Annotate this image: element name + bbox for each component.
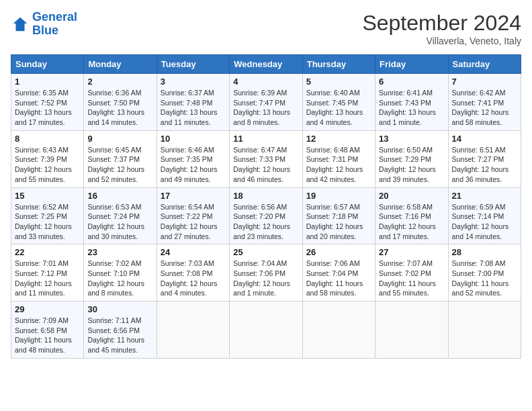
calendar-cell: 16Sunrise: 6:53 AMSunset: 7:24 PMDayligh… bbox=[84, 187, 157, 244]
calendar-cell: 19Sunrise: 6:57 AMSunset: 7:18 PMDayligh… bbox=[302, 187, 375, 244]
weekday-header-row: SundayMondayTuesdayWednesdayThursdayFrid… bbox=[11, 55, 521, 74]
calendar-cell bbox=[157, 302, 229, 359]
page-header: General Blue September 2024 Villaverla, … bbox=[11, 11, 521, 46]
calendar-cell: 2Sunrise: 6:36 AMSunset: 7:50 PMDaylight… bbox=[84, 74, 157, 131]
calendar-cell: 1Sunrise: 6:35 AMSunset: 7:52 PMDaylight… bbox=[11, 74, 84, 131]
day-info: Sunrise: 6:40 AMSunset: 7:45 PMDaylight:… bbox=[306, 88, 371, 128]
weekday-header-sunday: Sunday bbox=[11, 55, 84, 74]
day-info: Sunrise: 6:41 AMSunset: 7:43 PMDaylight:… bbox=[379, 88, 444, 128]
day-info: Sunrise: 6:53 AMSunset: 7:24 PMDaylight:… bbox=[87, 202, 152, 242]
day-number: 22 bbox=[15, 247, 80, 257]
calendar-cell: 24Sunrise: 7:03 AMSunset: 7:08 PMDayligh… bbox=[157, 244, 229, 302]
weekday-header-monday: Monday bbox=[84, 55, 157, 74]
day-number: 9 bbox=[87, 134, 152, 144]
calendar-cell: 22Sunrise: 7:01 AMSunset: 7:12 PMDayligh… bbox=[11, 244, 84, 302]
logo-icon bbox=[11, 15, 30, 34]
day-info: Sunrise: 7:09 AMSunset: 6:58 PMDaylight:… bbox=[15, 316, 80, 355]
day-info: Sunrise: 6:58 AMSunset: 7:16 PMDaylight:… bbox=[379, 202, 444, 242]
day-number: 2 bbox=[87, 77, 152, 87]
day-info: Sunrise: 6:56 AMSunset: 7:20 PMDaylight:… bbox=[233, 202, 298, 242]
day-info: Sunrise: 7:07 AMSunset: 7:02 PMDaylight:… bbox=[379, 259, 444, 298]
day-info: Sunrise: 6:36 AMSunset: 7:50 PMDaylight:… bbox=[87, 88, 152, 128]
calendar-cell: 27Sunrise: 7:07 AMSunset: 7:02 PMDayligh… bbox=[375, 244, 448, 302]
calendar-cell: 8Sunrise: 6:43 AMSunset: 7:39 PMDaylight… bbox=[11, 130, 84, 187]
day-number: 12 bbox=[306, 134, 371, 144]
day-number: 29 bbox=[15, 304, 80, 314]
calendar-week-row: 29Sunrise: 7:09 AMSunset: 6:58 PMDayligh… bbox=[11, 302, 521, 359]
day-number: 6 bbox=[379, 77, 444, 87]
day-info: Sunrise: 6:48 AMSunset: 7:31 PMDaylight:… bbox=[306, 145, 371, 185]
day-info: Sunrise: 7:02 AMSunset: 7:10 PMDaylight:… bbox=[87, 259, 152, 298]
weekday-header-friday: Friday bbox=[375, 55, 448, 74]
calendar-cell: 12Sunrise: 6:48 AMSunset: 7:31 PMDayligh… bbox=[302, 130, 375, 187]
day-number: 17 bbox=[161, 191, 226, 201]
weekday-header-tuesday: Tuesday bbox=[157, 55, 229, 74]
day-info: Sunrise: 6:42 AMSunset: 7:41 PMDaylight:… bbox=[452, 88, 517, 128]
day-number: 7 bbox=[452, 77, 517, 87]
calendar-cell: 26Sunrise: 7:06 AMSunset: 7:04 PMDayligh… bbox=[302, 244, 375, 302]
day-number: 15 bbox=[15, 191, 80, 201]
calendar-cell: 23Sunrise: 7:02 AMSunset: 7:10 PMDayligh… bbox=[84, 244, 157, 302]
day-number: 10 bbox=[161, 134, 226, 144]
day-number: 4 bbox=[233, 77, 298, 87]
calendar-cell: 21Sunrise: 6:59 AMSunset: 7:14 PMDayligh… bbox=[448, 187, 521, 244]
day-number: 27 bbox=[379, 247, 444, 257]
day-info: Sunrise: 6:35 AMSunset: 7:52 PMDaylight:… bbox=[15, 88, 80, 128]
day-info: Sunrise: 6:50 AMSunset: 7:29 PMDaylight:… bbox=[379, 145, 444, 185]
day-number: 11 bbox=[233, 134, 298, 144]
day-number: 5 bbox=[306, 77, 371, 87]
day-info: Sunrise: 7:03 AMSunset: 7:08 PMDaylight:… bbox=[161, 259, 226, 298]
calendar-cell bbox=[302, 302, 375, 359]
day-number: 1 bbox=[15, 77, 80, 87]
day-number: 14 bbox=[452, 134, 517, 144]
day-info: Sunrise: 7:04 AMSunset: 7:06 PMDaylight:… bbox=[233, 259, 298, 298]
logo: General Blue bbox=[11, 11, 77, 38]
calendar-cell: 25Sunrise: 7:04 AMSunset: 7:06 PMDayligh… bbox=[230, 244, 302, 302]
day-info: Sunrise: 7:11 AMSunset: 6:56 PMDaylight:… bbox=[87, 316, 152, 355]
calendar-cell: 28Sunrise: 7:08 AMSunset: 7:00 PMDayligh… bbox=[448, 244, 521, 302]
calendar-cell: 18Sunrise: 6:56 AMSunset: 7:20 PMDayligh… bbox=[230, 187, 302, 244]
title-block: September 2024 Villaverla, Veneto, Italy bbox=[362, 11, 521, 46]
calendar-week-row: 22Sunrise: 7:01 AMSunset: 7:12 PMDayligh… bbox=[11, 244, 521, 302]
logo-text: General Blue bbox=[32, 11, 77, 38]
day-info: Sunrise: 6:54 AMSunset: 7:22 PMDaylight:… bbox=[161, 202, 226, 242]
day-info: Sunrise: 6:46 AMSunset: 7:35 PMDaylight:… bbox=[161, 145, 226, 185]
day-number: 8 bbox=[15, 134, 80, 144]
calendar-week-row: 15Sunrise: 6:52 AMSunset: 7:25 PMDayligh… bbox=[11, 187, 521, 244]
calendar-cell: 3Sunrise: 6:37 AMSunset: 7:48 PMDaylight… bbox=[157, 74, 229, 131]
day-info: Sunrise: 6:52 AMSunset: 7:25 PMDaylight:… bbox=[15, 202, 80, 242]
day-info: Sunrise: 6:37 AMSunset: 7:48 PMDaylight:… bbox=[161, 88, 226, 128]
calendar-table: SundayMondayTuesdayWednesdayThursdayFrid… bbox=[11, 54, 521, 359]
calendar-week-row: 8Sunrise: 6:43 AMSunset: 7:39 PMDaylight… bbox=[11, 130, 521, 187]
calendar-cell: 9Sunrise: 6:45 AMSunset: 7:37 PMDaylight… bbox=[84, 130, 157, 187]
month-title: September 2024 bbox=[362, 11, 521, 36]
day-number: 30 bbox=[87, 304, 152, 314]
day-info: Sunrise: 6:57 AMSunset: 7:18 PMDaylight:… bbox=[306, 202, 371, 242]
day-number: 18 bbox=[233, 191, 298, 201]
day-number: 16 bbox=[87, 191, 152, 201]
day-number: 25 bbox=[233, 247, 298, 257]
day-number: 23 bbox=[87, 247, 152, 257]
calendar-cell: 4Sunrise: 6:39 AMSunset: 7:47 PMDaylight… bbox=[230, 74, 302, 131]
calendar-cell: 6Sunrise: 6:41 AMSunset: 7:43 PMDaylight… bbox=[375, 74, 448, 131]
day-number: 3 bbox=[161, 77, 226, 87]
calendar-cell: 14Sunrise: 6:51 AMSunset: 7:27 PMDayligh… bbox=[448, 130, 521, 187]
day-number: 26 bbox=[306, 247, 371, 257]
day-info: Sunrise: 6:43 AMSunset: 7:39 PMDaylight:… bbox=[15, 145, 80, 185]
calendar-cell bbox=[375, 302, 448, 359]
calendar-cell: 13Sunrise: 6:50 AMSunset: 7:29 PMDayligh… bbox=[375, 130, 448, 187]
day-number: 21 bbox=[452, 191, 517, 201]
calendar-cell: 15Sunrise: 6:52 AMSunset: 7:25 PMDayligh… bbox=[11, 187, 84, 244]
calendar-cell: 30Sunrise: 7:11 AMSunset: 6:56 PMDayligh… bbox=[84, 302, 157, 359]
calendar-cell: 20Sunrise: 6:58 AMSunset: 7:16 PMDayligh… bbox=[375, 187, 448, 244]
day-info: Sunrise: 6:59 AMSunset: 7:14 PMDaylight:… bbox=[452, 202, 517, 242]
day-info: Sunrise: 6:51 AMSunset: 7:27 PMDaylight:… bbox=[452, 145, 517, 185]
day-info: Sunrise: 7:01 AMSunset: 7:12 PMDaylight:… bbox=[15, 259, 80, 298]
location: Villaverla, Veneto, Italy bbox=[362, 36, 521, 46]
calendar-cell: 5Sunrise: 6:40 AMSunset: 7:45 PMDaylight… bbox=[302, 74, 375, 131]
day-info: Sunrise: 6:47 AMSunset: 7:33 PMDaylight:… bbox=[233, 145, 298, 185]
day-info: Sunrise: 6:45 AMSunset: 7:37 PMDaylight:… bbox=[87, 145, 152, 185]
day-number: 20 bbox=[379, 191, 444, 201]
calendar-cell bbox=[230, 302, 302, 359]
weekday-header-wednesday: Wednesday bbox=[230, 55, 302, 74]
